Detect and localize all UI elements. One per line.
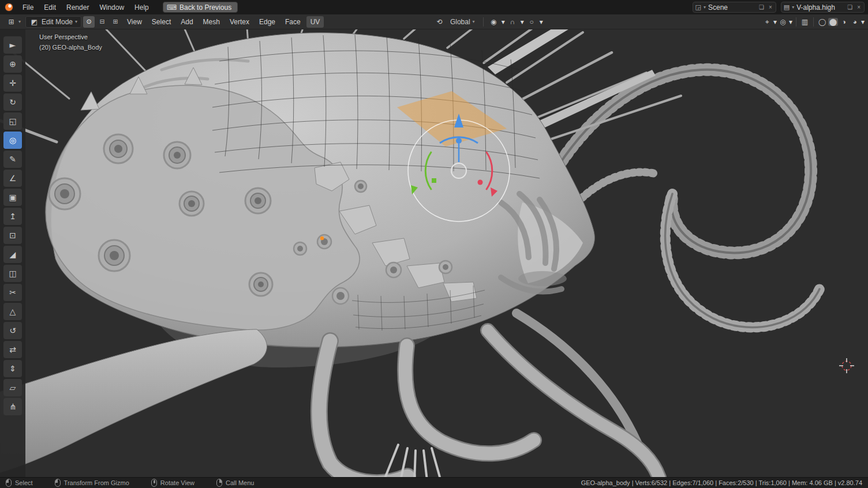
menu-add[interactable]: Add <box>177 16 197 28</box>
unlink-scene-icon[interactable]: × <box>768 4 773 10</box>
face-select-mode-button[interactable]: ⊞ <box>110 16 121 28</box>
mouse-middle-icon <box>151 479 157 487</box>
transform-icon: ◎ <box>9 136 16 145</box>
topbar: File Edit Render Window Help ⌨ Back to P… <box>0 0 868 14</box>
hint-call-menu: Call Menu <box>216 479 255 487</box>
pivot-point-icon[interactable]: ◉ <box>489 18 499 26</box>
x-axis-handle[interactable] <box>478 180 483 185</box>
scene-name: Scene <box>708 3 755 12</box>
solid-shading-icon[interactable]: ⬤ <box>828 18 838 26</box>
spin-icon: ↺ <box>9 326 16 335</box>
rendered-shading-icon[interactable]: ◕ <box>850 18 860 26</box>
tool-cursor[interactable]: ⊕ <box>3 55 22 73</box>
menu-window[interactable]: Window <box>95 2 129 13</box>
tool-shear[interactable]: ▱ <box>3 379 22 396</box>
chevron-down-icon: ▾ <box>502 18 505 26</box>
orientation-icon: ⟲ <box>435 18 444 26</box>
shear-icon: ▱ <box>10 383 16 392</box>
tool-move[interactable]: ✛ <box>3 74 22 92</box>
view-layer-selector[interactable]: ▤ ▾ V-alpha.high ❏ × <box>781 2 865 13</box>
tool-edge-slide[interactable]: ⇄ <box>3 341 22 358</box>
cursor-icon: ⊕ <box>9 59 16 69</box>
remove-view-layer-icon[interactable]: × <box>856 4 862 10</box>
tool-shrink-fatten[interactable]: ⇕ <box>3 360 22 377</box>
show-gizmo-icon[interactable]: ⌖ <box>762 18 772 26</box>
move-icon: ✛ <box>9 78 16 88</box>
tool-transform[interactable]: ◎ <box>3 132 22 149</box>
editor-type-button[interactable]: ⊞ ▾ <box>3 17 24 27</box>
y-axis-handle[interactable] <box>432 178 436 183</box>
back-to-previous-label: Back to Previous <box>179 3 231 12</box>
menu-view[interactable]: View <box>123 16 146 28</box>
new-scene-icon[interactable]: ❏ <box>758 4 765 10</box>
tool-inset-faces[interactable]: ⊡ <box>3 227 22 244</box>
wireframe-shading-icon[interactable]: ◯ <box>817 18 827 26</box>
menu-mesh[interactable]: Mesh <box>199 16 224 28</box>
measure-icon: ∠ <box>9 174 17 183</box>
separator <box>796 17 796 27</box>
loop-cut-icon: ◫ <box>9 269 16 278</box>
tool-poly-build[interactable]: △ <box>3 303 22 320</box>
vertex-select-mode-button[interactable]: ⊙ <box>83 16 95 28</box>
tool-loop-cut[interactable]: ◫ <box>3 265 22 282</box>
hint-label: Call Menu <box>226 479 255 486</box>
scene-selector[interactable]: ◲ ▾ Scene ❏ × <box>693 2 776 13</box>
tool-rip-region[interactable]: ⋔ <box>3 398 22 415</box>
tool-add-cube[interactable]: ▣ <box>3 189 22 206</box>
scale-icon: ◱ <box>9 117 16 126</box>
inset-faces-icon: ⊡ <box>9 231 16 240</box>
shrink-fatten-icon: ⇕ <box>9 364 16 373</box>
tool-scale[interactable]: ◱ <box>3 112 22 130</box>
menu-vertex[interactable]: Vertex <box>226 16 253 28</box>
tool-annotate[interactable]: ✎ <box>3 151 22 168</box>
selected-vertex[interactable] <box>320 237 324 240</box>
new-view-layer-icon[interactable]: ❏ <box>846 4 854 10</box>
tool-knife[interactable]: ✂ <box>3 284 22 301</box>
chevron-down-icon: ▾ <box>861 18 865 26</box>
menu-edge[interactable]: Edge <box>255 16 279 28</box>
front-pedipalp <box>0 329 267 472</box>
vertex-select-icon: ⊙ <box>86 18 91 25</box>
orientation-label: Global <box>450 18 470 26</box>
menu-edit[interactable]: Edit <box>39 2 61 13</box>
menu-face[interactable]: Face <box>281 16 305 28</box>
material-shading-icon[interactable]: ◑ <box>839 18 849 26</box>
chevron-down-icon: ▾ <box>792 5 794 10</box>
viewport-3d[interactable]: User Perspective (20) GEO-alpha_Body ► ⊕… <box>0 29 868 477</box>
proportional-editing-icon[interactable]: ○ <box>527 18 537 26</box>
tool-measure[interactable]: ∠ <box>3 170 22 187</box>
mode-dropdown[interactable]: ◩ Edit Mode ▾ <box>25 16 81 28</box>
menu-uv[interactable]: UV <box>306 16 324 28</box>
hint-label: Transform From Gizmo <box>64 479 129 486</box>
tool-spin[interactable]: ↺ <box>3 322 22 339</box>
keyboard-icon: ⌨ <box>167 3 177 12</box>
orientation-dropdown[interactable]: Global ▾ <box>447 17 478 27</box>
view-perspective-label: User Perspective <box>39 33 88 40</box>
knife-icon: ✂ <box>9 288 16 297</box>
tool-bevel[interactable]: ◢ <box>3 246 22 263</box>
hint-transform-from-gizmo: Transform From Gizmo <box>55 479 129 487</box>
menu-render[interactable]: Render <box>62 2 93 13</box>
chevron-down-icon: ▾ <box>540 18 543 26</box>
blender-logo-icon[interactable] <box>5 3 13 12</box>
chevron-down-icon: ▾ <box>789 18 792 26</box>
menu-select[interactable]: Select <box>148 16 175 28</box>
back-to-previous-button[interactable]: ⌨ Back to Previous <box>163 2 238 13</box>
edge-select-mode-button[interactable]: ⊟ <box>96 16 108 28</box>
viewport-canvas[interactable] <box>0 29 868 477</box>
menu-file[interactable]: File <box>18 2 38 13</box>
scene-icon: ◲ <box>695 3 701 11</box>
face-select-icon: ⊞ <box>113 18 118 25</box>
show-overlays-icon[interactable]: ◎ <box>778 18 788 26</box>
tweak-select-icon: ► <box>10 40 16 50</box>
tool-tweak-select[interactable]: ► <box>3 36 22 54</box>
xray-toggle-icon[interactable]: ▥ <box>800 18 810 26</box>
tool-extrude-region[interactable]: ↥ <box>3 208 22 225</box>
chevron-down-icon: ▾ <box>75 19 77 24</box>
menu-help[interactable]: Help <box>130 2 154 13</box>
feather-antennae <box>557 70 820 328</box>
snap-magnet-icon[interactable]: ∩ <box>508 18 518 26</box>
tool-rotate[interactable]: ↻ <box>3 93 22 111</box>
mode-label: Edit Mode <box>42 18 73 26</box>
topbar-right: ◲ ▾ Scene ❏ × ▤ ▾ V-alpha.high ❏ × <box>693 2 865 13</box>
